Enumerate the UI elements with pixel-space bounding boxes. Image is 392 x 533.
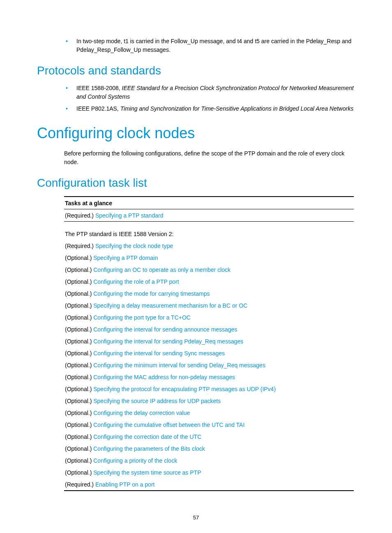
page-number: 57 [0,514,392,521]
task-link[interactable]: Specifying a PTP domain [93,255,158,261]
task-row: (Optional.) Configuring the port type fo… [64,311,354,323]
intro-bullet-list: In two-step mode, t1 is carried in the F… [64,37,359,54]
task-link[interactable]: Configuring the cumulative offset betwee… [93,422,244,428]
task-requirement: (Optional.) [65,362,93,368]
task-table: Tasks at a glance (Required.) Specifying… [64,196,354,491]
task-row: (Optional.) Configuring the minimum inte… [64,359,354,371]
task-requirement: (Optional.) [65,338,93,345]
task-link[interactable]: Specifying the protocol for encapsulatin… [93,386,276,392]
task-row: (Optional.) Specifying the source IP add… [64,395,354,407]
task-row: (Optional.) Specifying a delay measureme… [64,299,354,311]
task-row: (Optional.) Configuring the delay correc… [64,407,354,419]
task-row: (Optional.) Configuring the parameters o… [64,443,354,454]
task-row: (Optional.) Configuring an OC to operate… [64,264,354,276]
task-table-header: Tasks at a glance [64,196,354,209]
task-requirement: (Optional.) [65,410,93,416]
task-link[interactable]: Configuring a priority of the clock [93,457,177,464]
task-link[interactable]: Configuring the minimum interval for sen… [93,362,265,368]
task-row: (Optional.) Configuring the mode for car… [64,287,354,299]
task-link[interactable]: Configuring the interval for sending Pde… [93,338,243,345]
task-row: (Optional.) Configuring the interval for… [64,323,354,335]
task-requirement: (Optional.) [65,457,93,464]
task-link[interactable]: Specifying the source IP address for UDP… [93,398,221,404]
task-link[interactable]: Configuring the delay correction value [93,410,190,416]
task-link[interactable]: Specifying a PTP standard [95,212,164,219]
task-row: (Optional.) Configuring the cumulative o… [64,419,354,431]
task-link[interactable]: Configuring the port type for a TC+OC [93,314,191,321]
task-requirement: (Optional.) [65,326,93,333]
task-link[interactable]: Configuring the mode for carrying timest… [93,290,210,297]
page: In two-step mode, t1 is carried in the F… [0,0,392,533]
protocol-title: Timing and Synchronization for Time-Sens… [120,105,354,112]
task-row: (Optional.) Configuring the correction d… [64,431,354,443]
task-link[interactable]: Specifying the system time source as PTP [93,469,201,476]
task-note: The PTP standard is IEEE 1588 Version 2: [64,222,354,240]
task-requirement: (Optional.) [65,350,93,357]
task-requirement: (Optional.) [65,374,93,380]
protocol-prefix: IEEE 1588-2008, [76,85,122,91]
task-row: (Required.) Enabling PTP on a port [64,478,354,491]
configuring-body: Before performing the following configur… [64,149,359,167]
task-requirement: (Optional.) [65,469,93,476]
task-link[interactable]: Configuring the interval for sending ann… [93,326,237,333]
task-row: (Optional.) Configuring the MAC address … [64,371,354,383]
protocol-item: IEEE P802.1AS, Timing and Synchronizatio… [64,104,359,113]
task-requirement: (Optional.) [65,290,93,297]
task-requirement: (Optional.) [65,314,93,321]
task-requirement: (Required.) [65,481,95,488]
task-link[interactable]: Configuring an OC to operate as only a m… [93,266,231,273]
task-requirement: (Optional.) [65,266,93,273]
task-requirement: (Optional.) [65,302,93,309]
task-requirement: (Optional.) [65,433,93,440]
task-link[interactable]: Configuring the interval for sending Syn… [93,350,225,357]
task-row: (Optional.) Configuring the interval for… [64,335,354,347]
task-requirement: (Optional.) [65,386,93,392]
task-requirement: (Optional.) [65,422,93,428]
task-link[interactable]: Enabling PTP on a port [95,481,155,488]
task-requirement: (Optional.) [65,255,93,261]
task-link[interactable]: Configuring the role of a PTP port [93,278,179,285]
task-row: (Required.) Specifying the clock node ty… [64,240,354,252]
task-row: (Optional.) Specifying a PTP domain [64,252,354,264]
task-row: (Optional.) Specifying the protocol for … [64,383,354,395]
protocol-item: IEEE 1588-2008, IEEE Standard for a Prec… [64,84,359,101]
configuring-heading: Configuring clock nodes [37,125,359,142]
task-link[interactable]: Specifying the clock node type [95,243,173,249]
task-row: (Optional.) Configuring the role of a PT… [64,276,354,287]
task-link[interactable]: Configuring the parameters of the Bits c… [93,445,205,452]
task-link[interactable]: Specifying a delay measurement mechanism… [93,302,247,309]
tasklist-heading: Configuration task list [37,176,359,190]
task-row: (Required.) Specifying a PTP standard [64,209,354,222]
protocols-heading: Protocols and standards [37,64,359,77]
task-row: (Optional.) Configuring the interval for… [64,347,354,359]
task-requirement: (Required.) [65,243,95,249]
task-row: (Optional.) Specifying the system time s… [64,466,354,478]
task-requirement: (Optional.) [65,398,93,404]
task-link[interactable]: Configuring the MAC address for non-pdel… [93,374,235,380]
task-link[interactable]: Configuring the correction date of the U… [93,433,201,440]
protocol-prefix: IEEE P802.1AS, [76,105,120,112]
intro-bullet: In two-step mode, t1 is carried in the F… [64,37,359,54]
task-requirement: (Optional.) [65,445,93,452]
protocols-list: IEEE 1588-2008, IEEE Standard for a Prec… [64,84,359,113]
task-row: (Optional.) Configuring a priority of th… [64,454,354,466]
task-requirement: (Required.) [65,212,95,219]
task-requirement: (Optional.) [65,278,93,285]
